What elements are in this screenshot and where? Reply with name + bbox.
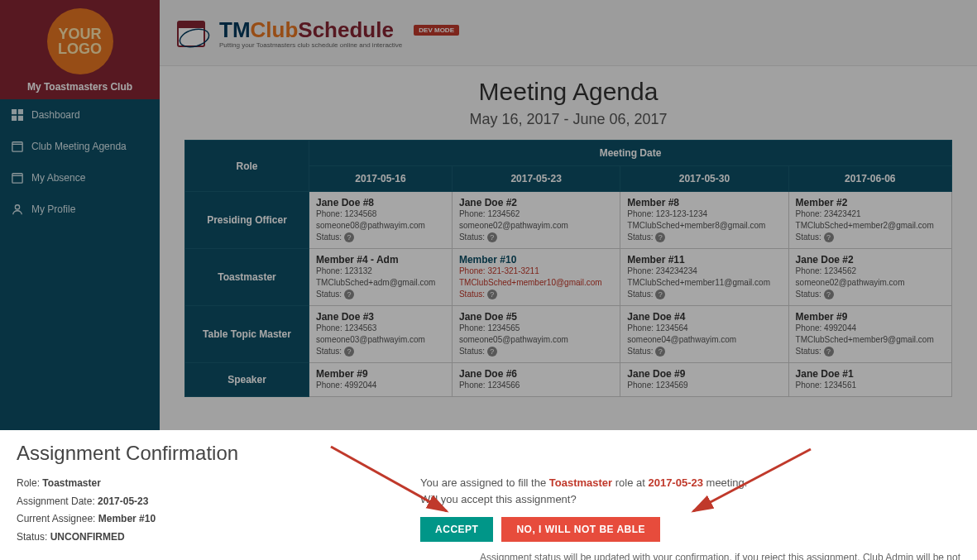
date-label: Assignment Date:	[17, 495, 95, 507]
assignment-cell[interactable]: Jane Doe #9Phone: 1234569	[620, 363, 788, 397]
assignee-status: Status: ?	[796, 346, 945, 357]
assignee-name: Member #8	[627, 197, 781, 208]
assignee-name: Jane Doe #1	[796, 368, 945, 380]
assignment-cell[interactable]: Jane Doe #2Phone: 1234562someone02@pathw…	[788, 249, 951, 306]
assignment-cell[interactable]: Jane Doe #4Phone: 1234564someone04@pathw…	[620, 306, 788, 363]
assignee-status: Status: ?	[796, 289, 945, 300]
status-help-icon[interactable]: ?	[655, 347, 665, 357]
table-row: Table Topic MasterJane Doe #3Phone: 1234…	[185, 306, 952, 363]
assignee-phone: Phone: 1234562	[796, 266, 945, 277]
dev-mode-badge: DEV MODE	[414, 25, 459, 36]
date-column-header: 2017-05-23	[452, 166, 620, 192]
calendar-x-icon	[12, 172, 23, 184]
person-icon	[12, 203, 23, 215]
date-column-header: 2017-06-06	[788, 166, 951, 192]
sidebar-item-profile[interactable]: My Profile	[0, 194, 160, 225]
svg-rect-0	[12, 109, 17, 114]
assignee-name: Member #11	[627, 254, 781, 266]
assignee-status: Status: ?	[627, 289, 781, 300]
status-help-icon[interactable]: ?	[344, 290, 354, 299]
calendar-icon	[12, 141, 23, 152]
assignment-cell[interactable]: Member #11Phone: 234234234TMClubSched+me…	[620, 249, 788, 306]
date-range: May 16, 2017 - June 06, 2017	[184, 111, 952, 128]
logo-line2: LOGO	[58, 41, 102, 56]
brand-club: Club	[251, 17, 299, 42]
status-help-icon[interactable]: ?	[487, 290, 497, 299]
assignee-name: Jane Doe #2	[796, 254, 945, 266]
status-help-icon[interactable]: ?	[655, 232, 665, 242]
status-help-icon[interactable]: ?	[824, 290, 834, 299]
status-help-icon[interactable]: ?	[487, 347, 497, 357]
message-role: Toastmaster	[549, 476, 612, 489]
assignment-cell[interactable]: Member #4 - AdmPhone: 123132TMClubSched+…	[309, 249, 453, 306]
status-help-icon[interactable]: ?	[824, 347, 834, 357]
assignee-phone: Phone: 1234561	[796, 380, 945, 391]
sidebar-item-agenda[interactable]: Club Meeting Agenda	[0, 131, 160, 162]
status-help-icon[interactable]: ?	[824, 232, 834, 242]
content-area: TMClubSchedule Putting your Toastmasters…	[160, 0, 977, 430]
assignee-email: TMClubSched+member10@gmail.com	[459, 277, 613, 289]
assignee-email: TMClubSched+member11@gmail.com	[627, 277, 781, 289]
svg-rect-6	[12, 174, 22, 183]
sidebar: YOUR LOGO My Toastmasters Club Dashboard…	[0, 0, 160, 430]
assignee-email: TMClubSched+member2@gmail.com	[796, 220, 945, 232]
assignee-name: Jane Doe #9	[627, 368, 781, 380]
sidebar-item-dashboard[interactable]: Dashboard	[0, 99, 160, 131]
assignee-phone: Phone: 123-123-1234	[627, 208, 781, 220]
accept-button[interactable]: ACCEPT	[420, 517, 493, 542]
assignee-email: someone03@pathwayim.com	[316, 334, 445, 346]
assignee-name: Member #4 - Adm	[316, 254, 445, 266]
confirmation-title: Assignment Confirmation	[17, 442, 960, 465]
logo-block: YOUR LOGO My Toastmasters Club	[0, 0, 160, 99]
confirmation-message: You are assigned to fill the Toastmaster…	[420, 475, 960, 507]
topbar: TMClubSchedule Putting your Toastmasters…	[160, 0, 977, 66]
assignee-phone: Phone: 321-321-3211	[459, 266, 613, 277]
logo-placeholder: YOUR LOGO	[47, 8, 113, 74]
assignee-email: TMClubSched+member9@gmail.com	[796, 334, 945, 346]
assignee-name: Member #10	[459, 254, 613, 266]
assignment-cell[interactable]: Member #10Phone: 321-321-3211TMClubSched…	[452, 249, 620, 306]
assignee-name: Jane Doe #8	[316, 197, 445, 208]
assignee-email: TMClubSched+adm@gmail.com	[316, 277, 445, 289]
assignee-status: Status: ?	[796, 232, 945, 243]
svg-rect-4	[12, 142, 22, 151]
assignee-status: Status: ?	[459, 232, 613, 243]
sidebar-item-absence[interactable]: My Absence	[0, 162, 160, 194]
assignee-phone: Phone: 1234569	[627, 380, 781, 391]
assignee-name: Jane Doe #4	[627, 311, 781, 323]
assignment-cell[interactable]: Jane Doe #2Phone: 1234562someone02@pathw…	[452, 192, 620, 249]
assignment-cell[interactable]: Member #2Phone: 23423421TMClubSched+memb…	[788, 192, 951, 249]
role-header: Role	[185, 141, 309, 192]
date-value: 2017-05-23	[98, 495, 148, 507]
confirmation-panel: Assignment Confirmation Role: Toastmaste…	[0, 430, 977, 560]
meeting-date-header: Meeting Date	[309, 141, 952, 166]
assignment-cell[interactable]: Jane Doe #1Phone: 1234561	[788, 363, 951, 397]
assignment-cell[interactable]: Jane Doe #5Phone: 1234565someone05@pathw…	[452, 306, 620, 363]
assignee-name: Member #9	[796, 311, 945, 323]
assignment-cell[interactable]: Member #9Phone: 4992044	[309, 363, 453, 397]
status-help-icon[interactable]: ?	[655, 290, 665, 299]
brand-tm: TM	[219, 17, 251, 42]
assignee-phone: Phone: 234234234	[627, 266, 781, 277]
svg-rect-10	[178, 22, 204, 28]
svg-rect-3	[18, 116, 23, 121]
assignment-cell[interactable]: Jane Doe #8Phone: 1234568someone08@pathw…	[309, 192, 453, 249]
assignment-cell[interactable]: Jane Doe #3Phone: 1234563someone03@pathw…	[309, 306, 453, 363]
reject-button[interactable]: NO, I WILL NOT BE ABLE	[501, 517, 660, 542]
assignee-phone: Phone: 1234565	[459, 323, 613, 334]
status-help-icon[interactable]: ?	[487, 232, 497, 242]
role-cell: Presiding Officer	[185, 192, 309, 249]
assignee-name: Member #9	[316, 368, 445, 380]
status-help-icon[interactable]: ?	[344, 347, 354, 357]
assignment-cell[interactable]: Member #9Phone: 4992044TMClubSched+membe…	[788, 306, 951, 363]
svg-rect-1	[18, 109, 23, 114]
assignee-phone: Phone: 1234564	[627, 323, 781, 334]
assignment-cell[interactable]: Member #8Phone: 123-123-1234TMClubSched+…	[620, 192, 788, 249]
assignee-phone: Phone: 123132	[316, 266, 445, 277]
brand: TMClubSchedule Putting your Toastmasters…	[175, 15, 459, 51]
assignee-name: Jane Doe #3	[316, 311, 445, 323]
page-title: Meeting Agenda	[184, 78, 952, 106]
assignment-cell[interactable]: Jane Doe #6Phone: 1234566	[452, 363, 620, 397]
status-help-icon[interactable]: ?	[344, 232, 354, 242]
role-cell: Speaker	[185, 363, 309, 397]
